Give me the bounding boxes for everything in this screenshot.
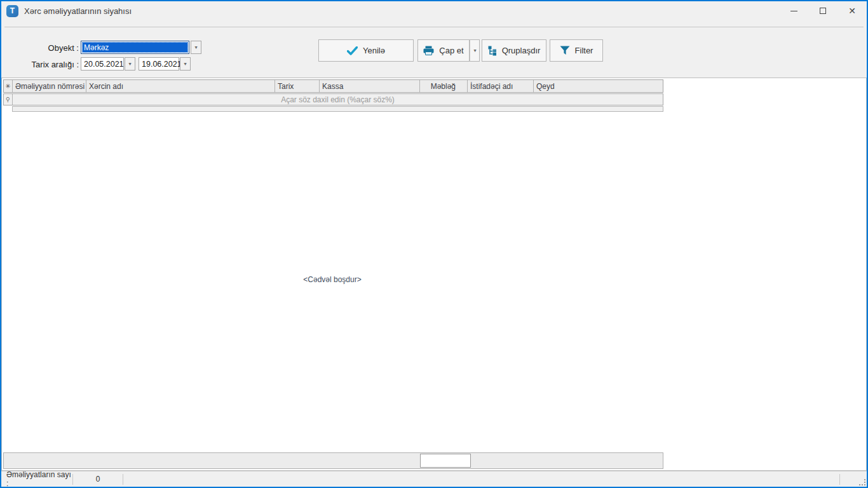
print-label: Çap et	[439, 46, 463, 55]
group-label: Qruplaşdır	[502, 46, 541, 55]
column-header-date[interactable]: Tarix	[275, 80, 320, 92]
panel-separator	[4, 27, 864, 27]
date-to-field[interactable]: 19.06.2021 ▼	[139, 57, 191, 71]
date-from-dropdown-button[interactable]: ▼	[125, 57, 135, 71]
window-controls: ✕	[779, 1, 867, 20]
column-header-expense-name[interactable]: Xərcin adı	[86, 80, 275, 92]
statusbar-separator	[123, 474, 123, 485]
grid-header-row: ✳ Əməliyyatın nömrəsi Xərcin adı Tarix K…	[3, 79, 663, 93]
chevron-down-icon: ▼	[194, 45, 198, 50]
pager-box[interactable]	[420, 454, 471, 468]
operations-count-value: 0	[73, 475, 123, 484]
object-combobox-value[interactable]: Mərkəz	[82, 42, 188, 53]
chevron-down-icon: ▼	[183, 62, 187, 67]
filter-row-icon: ⚲	[4, 94, 13, 105]
statusbar-separator	[839, 474, 840, 485]
column-header-user[interactable]: İstifadəçi adı	[468, 80, 534, 92]
column-header-amount[interactable]: Məbləğ	[420, 80, 468, 92]
find-prompt[interactable]: Açar söz daxil edin (%açar söz%)	[13, 94, 663, 105]
pager-bar	[3, 452, 663, 469]
object-combobox[interactable]: Mərkəz ▼	[81, 41, 201, 54]
empty-table-message: <Cədvəl boşdur>	[2, 275, 663, 284]
filter-button[interactable]: Filter	[550, 39, 603, 62]
date-to-dropdown-button[interactable]: ▼	[180, 57, 191, 71]
column-header-cash[interactable]: Kassa	[320, 80, 420, 92]
grid-find-row[interactable]: ⚲ Açar söz daxil edin (%açar söz%)	[3, 93, 663, 105]
chevron-down-icon: ▼	[472, 48, 477, 53]
object-label: Obyekt :	[8, 43, 79, 53]
operations-count-label: Əməliyyatların sayı :	[1, 470, 72, 488]
print-button[interactable]: Çap et	[417, 39, 470, 62]
object-combobox-edit[interactable]: Mərkəz	[81, 41, 189, 54]
titlebar: T Xərc əməliyyatlarının siyahısı ✕	[1, 1, 867, 20]
date-to-value[interactable]: 19.06.2021	[139, 57, 179, 71]
refresh-button[interactable]: Yenilə	[318, 39, 414, 62]
printer-icon	[423, 46, 434, 55]
column-header-operation-number[interactable]: Əməliyyatın nömrəsi	[13, 80, 86, 92]
status-bar: Əməliyyatların sayı : 0	[1, 471, 867, 487]
row-indicator-header: ✳	[4, 80, 13, 92]
column-header-note[interactable]: Qeyd	[534, 80, 663, 92]
asterisk-icon: ✳	[5, 83, 10, 90]
refresh-label: Yenilə	[363, 46, 385, 55]
resize-grip[interactable]	[859, 479, 865, 485]
window-title: Xərc əməliyyatlarının siyahısı	[24, 6, 132, 16]
app-window: T Xərc əməliyyatlarının siyahısı ✕ Obyek…	[0, 0, 868, 488]
autofilter-input[interactable]	[12, 106, 663, 112]
minimize-icon	[790, 11, 797, 11]
filter-funnel-icon	[560, 46, 570, 55]
maximize-button[interactable]	[808, 1, 837, 20]
print-dropdown-button[interactable]: ▼	[470, 39, 480, 62]
date-from-value[interactable]: 20.05.2021	[81, 57, 124, 71]
group-button[interactable]: Qruplaşdır	[482, 39, 546, 62]
chevron-down-icon: ▼	[128, 62, 132, 67]
app-icon: T	[6, 5, 18, 17]
grouping-tree-icon	[488, 46, 497, 56]
window-content: Obyekt : Mərkəz ▼ Tarix aralığı : 20.05.…	[1, 20, 867, 487]
filter-label: Filter	[575, 46, 593, 55]
close-button[interactable]: ✕	[837, 1, 867, 20]
maximize-icon	[820, 8, 826, 14]
date-from-field[interactable]: 20.05.2021 ▼	[81, 57, 135, 71]
check-icon	[347, 46, 358, 55]
date-range-label: Tarix aralığı :	[8, 60, 79, 69]
object-dropdown-button[interactable]: ▼	[191, 41, 201, 54]
expenses-grid: ✳ Əməliyyatın nömrəsi Xərcin adı Tarix K…	[1, 78, 867, 471]
minimize-button[interactable]	[779, 1, 808, 20]
